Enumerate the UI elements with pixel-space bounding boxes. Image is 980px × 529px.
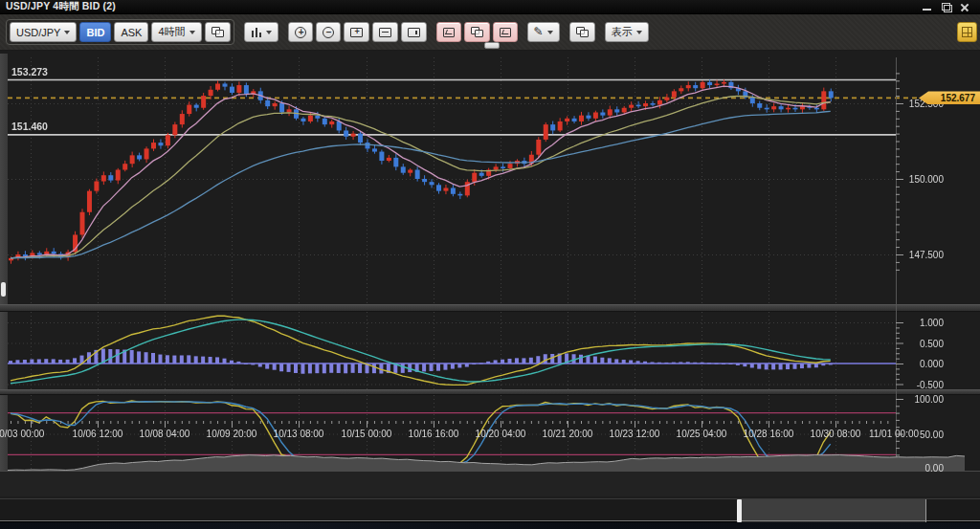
expand-range-button[interactable]	[344, 22, 369, 42]
zoom-in-icon: +	[295, 27, 306, 38]
upper-price-line-label: 153.273	[11, 67, 48, 77]
new-chart-icon	[443, 28, 455, 37]
timeframe-select[interactable]: 4時間	[151, 22, 201, 42]
symbol-select[interactable]: USD/JPY	[10, 22, 77, 42]
bid-button[interactable]: BID	[79, 22, 111, 42]
ask-button[interactable]: ASK	[114, 22, 148, 42]
chart-canvas	[0, 51, 980, 521]
fit-width-icon	[379, 28, 391, 37]
chevron-down-icon	[64, 31, 70, 34]
price-tick-label: 147.500	[902, 250, 944, 260]
display-group: 表示	[605, 22, 649, 42]
bar-chart-type-icon	[251, 27, 262, 38]
macd-tick-label: 0.000	[902, 359, 944, 369]
time-tick-label: 10/20 04:00	[467, 429, 534, 439]
draw-group: ✎	[527, 22, 560, 42]
macd-tick-label: -0.500	[902, 380, 944, 390]
zoom-in-button[interactable]: +	[288, 22, 313, 42]
overlap-windows-icon	[576, 27, 589, 37]
layout-group	[569, 22, 595, 42]
pencil-draw-icon: ✎	[534, 26, 544, 37]
window-titlebar[interactable]: USD/JPY 4時間 BID (2)	[0, 0, 980, 14]
price-tick-label: 150.000	[902, 174, 944, 185]
zoom-out-icon: −	[323, 27, 334, 38]
timeframe-label: 4時間	[158, 25, 185, 39]
panel-splitter[interactable]	[0, 304, 980, 312]
panel-splitter[interactable]	[0, 389, 980, 395]
macd-tick-label: 0.500	[902, 339, 944, 349]
chevron-down-icon	[547, 31, 553, 34]
detach-chart-button[interactable]	[493, 22, 518, 42]
time-tick-label: 10/30 08:00	[802, 429, 869, 439]
chevron-down-icon	[189, 31, 195, 34]
chart-window-group	[436, 22, 518, 42]
desktop-background-strip	[0, 522, 980, 529]
linked-charts-button[interactable]	[205, 22, 231, 42]
go-to-latest-button[interactable]	[401, 22, 427, 42]
time-tick-label: 10/16 16:00	[400, 429, 467, 439]
time-tick-label: 10/21 20:00	[534, 429, 601, 439]
overlap-windows-button[interactable]	[569, 22, 595, 42]
restore-icon[interactable]	[941, 3, 951, 11]
time-tick-label: 10/08 04:00	[131, 429, 198, 439]
time-tick-label: 10/13 08:00	[265, 429, 332, 439]
chart-type-button[interactable]	[244, 22, 278, 42]
new-chart-button[interactable]	[436, 22, 461, 42]
window-controls	[922, 3, 974, 11]
close-icon[interactable]	[960, 3, 970, 11]
time-tick-label: 10/25 04:00	[668, 429, 735, 439]
time-tick-label: 10/09 20:00	[198, 429, 265, 439]
go-to-latest-icon	[408, 28, 420, 37]
chart-type-group	[244, 22, 278, 42]
gold-grid-layout-icon	[962, 27, 972, 37]
expand-range-icon	[350, 28, 363, 37]
macd-tick-label: 1.000	[902, 318, 944, 328]
display-label: 表示	[612, 25, 633, 39]
time-tick-label: 10/23 12:00	[601, 429, 668, 439]
time-tick-label: 10/28 16:00	[735, 429, 802, 439]
navigator-selection[interactable]	[741, 499, 926, 522]
detach-chart-icon	[500, 28, 511, 37]
chart-navigator[interactable]	[0, 498, 980, 521]
stoch-tick-label: 0.00	[902, 463, 944, 474]
time-tick-label: 10/06 12:00	[64, 429, 131, 439]
trading-app-window: USD/JPY 4時間 BID (2) USD/JPY BID ASK 4時間	[0, 0, 980, 529]
duplicate-chart-icon	[471, 27, 483, 37]
lower-price-line-label: 151.460	[11, 121, 48, 132]
grid-layout-button[interactable]	[957, 22, 977, 42]
display-menu-button[interactable]: 表示	[605, 22, 649, 42]
chevron-down-icon	[636, 31, 642, 34]
linked-charts-icon	[212, 27, 224, 37]
stoch-tick-label: 100.00	[902, 394, 944, 405]
chevron-down-icon	[266, 31, 272, 34]
panel-collapse-handle[interactable]	[484, 42, 500, 49]
duplicate-chart-button[interactable]	[464, 22, 490, 42]
symbol-label: USD/JPY	[16, 27, 60, 38]
vertical-scroll-handle[interactable]	[1, 282, 6, 297]
symbol-group: USD/JPY BID ASK 4時間	[6, 19, 234, 45]
draw-tools-button[interactable]: ✎	[527, 22, 560, 42]
time-tick-label: 10/15 00:00	[333, 429, 400, 439]
zoom-group: + −	[288, 22, 427, 42]
navigator-handle[interactable]	[737, 499, 742, 522]
chart-area: 153.273 151.460 152.677 10/03 00:0010/06…	[0, 51, 980, 521]
last-price-label: 152.677	[941, 93, 975, 103]
time-tick-label: 10/03 00:00	[0, 429, 53, 439]
time-axis-strip	[0, 471, 980, 496]
zoom-out-button[interactable]: −	[316, 22, 341, 42]
fit-width-button[interactable]	[372, 22, 398, 42]
window-title: USD/JPY 4時間 BID (2)	[6, 0, 116, 13]
minimize-icon[interactable]	[922, 3, 932, 11]
stoch-tick-label: 50.00	[902, 430, 944, 440]
last-price-tag: 152.677	[919, 91, 980, 104]
